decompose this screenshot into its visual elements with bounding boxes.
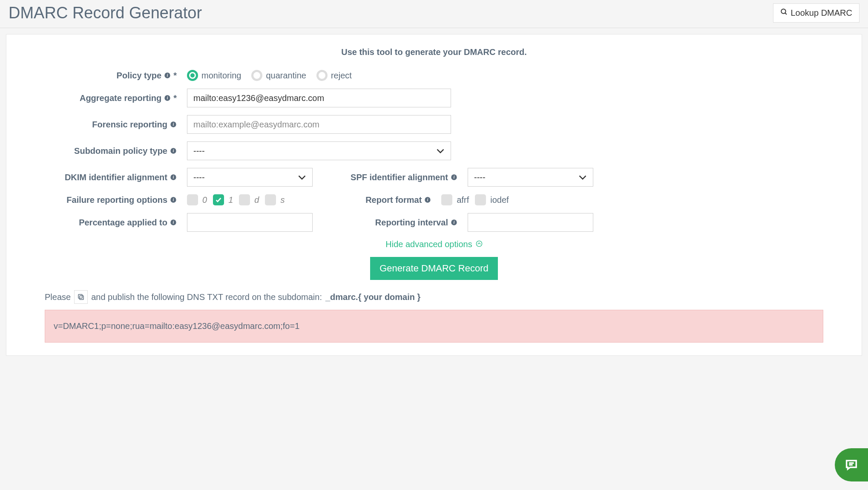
- spf-alignment-select[interactable]: ----: [468, 168, 593, 187]
- chevron-down-icon: [436, 146, 445, 156]
- aggregate-reporting-label: Aggregate reporting i *: [45, 93, 177, 103]
- info-icon[interactable]: i: [451, 174, 457, 181]
- result-subdomain: _dmarc.{ your domain }: [325, 292, 420, 302]
- info-icon[interactable]: i: [170, 147, 177, 154]
- svg-text:i: i: [427, 198, 428, 202]
- policy-type-label: Policy type i *: [45, 71, 177, 81]
- page-title: DMARC Record Generator: [9, 4, 202, 22]
- svg-text:i: i: [167, 73, 168, 78]
- failure-opt-0-checkbox[interactable]: [187, 194, 198, 205]
- chevron-down-icon: [298, 173, 306, 182]
- subdomain-policy-value: ----: [193, 146, 205, 156]
- failure-opt-d-checkbox[interactable]: [239, 194, 250, 205]
- info-icon[interactable]: i: [170, 174, 177, 181]
- failure-opt-1-checkbox[interactable]: [213, 194, 224, 205]
- result-record-box: v=DMARC1;p=none;rua=mailto:easy1236@easy…: [45, 310, 823, 343]
- forensic-reporting-label: Forensic reporting i: [45, 120, 177, 130]
- policy-reject-radio[interactable]: reject: [316, 70, 352, 81]
- report-format-afrf-checkbox[interactable]: [441, 194, 452, 205]
- svg-text:i: i: [173, 122, 174, 127]
- intro-text: Use this tool to generate your DMARC rec…: [45, 47, 823, 57]
- svg-text:i: i: [173, 149, 174, 153]
- lookup-dmarc-label: Lookup DMARC: [790, 8, 852, 18]
- policy-quarantine-label: quarantine: [266, 71, 306, 81]
- svg-line-1: [785, 13, 787, 14]
- svg-text:i: i: [454, 220, 455, 225]
- svg-text:i: i: [173, 220, 174, 225]
- toggle-advanced-label: Hide advanced options: [385, 239, 472, 249]
- info-icon[interactable]: i: [164, 95, 171, 101]
- subdomain-policy-select[interactable]: ----: [187, 141, 451, 160]
- report-format-afrf-label: afrf: [457, 195, 469, 205]
- failure-opt-d-label: d: [254, 195, 259, 205]
- generator-card: Use this tool to generate your DMARC rec…: [6, 34, 862, 356]
- chevron-up-circle-icon: [476, 239, 483, 249]
- percentage-input[interactable]: [187, 213, 313, 232]
- failure-options-label: Failure reporting options i: [45, 195, 177, 205]
- report-format-iodef-label: iodef: [490, 195, 509, 205]
- svg-point-0: [782, 9, 786, 14]
- policy-quarantine-radio[interactable]: quarantine: [251, 70, 306, 81]
- info-icon[interactable]: i: [164, 72, 171, 79]
- chevron-down-icon: [578, 173, 587, 182]
- report-format-iodef-checkbox[interactable]: [475, 194, 486, 205]
- info-icon[interactable]: i: [170, 219, 177, 226]
- reporting-interval-input[interactable]: [468, 213, 593, 232]
- svg-point-22: [476, 241, 482, 246]
- spf-alignment-value: ----: [474, 173, 486, 182]
- failure-opt-s-label: s: [280, 195, 285, 205]
- svg-text:i: i: [167, 96, 168, 100]
- failure-opt-s-checkbox[interactable]: [265, 194, 276, 205]
- dkim-alignment-select[interactable]: ----: [187, 168, 313, 187]
- subdomain-policy-label: Subdomain policy type i: [45, 146, 177, 156]
- info-icon[interactable]: i: [451, 219, 457, 226]
- search-icon: [780, 8, 788, 18]
- aggregate-reporting-input[interactable]: [187, 89, 451, 107]
- svg-text:i: i: [454, 175, 455, 179]
- svg-text:i: i: [173, 198, 174, 202]
- percentage-label: Percentage applied to i: [45, 218, 177, 228]
- svg-text:i: i: [173, 175, 174, 179]
- policy-reject-label: reject: [331, 71, 352, 81]
- reporting-interval-label: Reporting interval i: [338, 218, 457, 228]
- result-instruction: Please and publish the following DNS TXT…: [45, 290, 823, 304]
- spf-alignment-label: SPF identifier alignment i: [338, 173, 457, 182]
- svg-rect-23: [80, 296, 83, 300]
- report-format-label: Report format i: [312, 195, 431, 205]
- policy-monitoring-label: monitoring: [201, 71, 241, 81]
- toggle-advanced-link[interactable]: Hide advanced options: [45, 239, 823, 249]
- info-icon[interactable]: i: [170, 196, 177, 203]
- info-icon[interactable]: i: [170, 121, 177, 128]
- forensic-reporting-input[interactable]: [187, 115, 451, 134]
- info-icon[interactable]: i: [424, 196, 431, 203]
- generate-button[interactable]: Generate DMARC Record: [370, 257, 498, 280]
- copy-button[interactable]: [74, 290, 88, 304]
- dkim-alignment-value: ----: [193, 173, 205, 182]
- policy-monitoring-radio[interactable]: monitoring: [187, 70, 241, 81]
- dkim-alignment-label: DKIM identifier alignment i: [45, 173, 177, 182]
- failure-opt-0-label: 0: [202, 195, 207, 205]
- lookup-dmarc-button[interactable]: Lookup DMARC: [773, 3, 859, 23]
- svg-rect-24: [78, 294, 82, 298]
- failure-opt-1-label: 1: [228, 195, 233, 205]
